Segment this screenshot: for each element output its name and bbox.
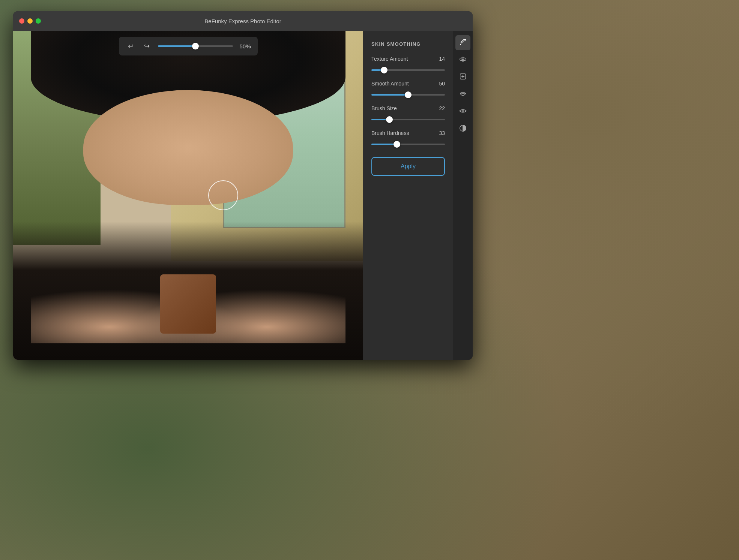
bandage-icon [459,55,467,65]
lips-icon [459,90,467,100]
panel-title: SKIN SMOOTHING [371,41,445,47]
app-window: BeFunky Express Photo Editor ↩ [13,11,473,360]
svg-point-4 [463,58,464,60]
smooth-amount-header: Smooth Amount 50 [371,81,445,87]
smooth-amount-value: 50 [439,81,445,87]
minimize-button[interactable] [27,18,33,24]
zoom-slider-container: 50% [158,43,251,49]
wrinkle-remover-icon-button[interactable] [455,70,470,85]
blemish-removal-icon-button[interactable] [455,52,470,67]
controls-panel: SKIN SMOOTHING Texture Amount 14 Smooth … [363,31,453,360]
undo-button[interactable]: ↩ [126,40,136,52]
texture-amount-slider[interactable] [371,69,445,71]
texture-amount-group: Texture Amount 14 [371,56,445,72]
window-title: BeFunky Express Photo Editor [204,18,281,24]
texture-amount-header: Texture Amount 14 [371,56,445,62]
traffic-lights [19,18,41,24]
lip-tint-icon-button[interactable] [455,87,470,102]
brush-hardness-label: Brush Hardness [371,130,409,136]
brush-size-group: Brush Size 22 [371,105,445,122]
brush-size-label: Brush Size [371,105,397,111]
icon-bar [453,31,473,360]
right-panel: SKIN SMOOTHING Texture Amount 14 Smooth … [363,31,453,360]
eye-icon [459,107,467,117]
eye-enhancer-icon-button[interactable] [455,104,470,119]
redo-button[interactable]: ↪ [142,40,152,52]
contrast-icon [459,124,467,134]
image-toolbar: ↩ ↪ 50% [119,37,258,55]
svg-point-10 [463,111,463,111]
brush-size-slider[interactable] [371,119,445,120]
title-bar: BeFunky Express Photo Editor [13,11,473,31]
brush-hardness-slider[interactable] [371,144,445,145]
svg-point-1 [460,44,461,45]
skin-forehead [83,90,293,205]
smooth-amount-group: Smooth Amount 50 [371,81,445,97]
zoom-slider[interactable] [158,45,233,47]
svg-point-0 [465,39,466,40]
texture-amount-value: 14 [439,56,445,62]
brush-hardness-group: Brush Hardness 33 [371,130,445,147]
smooth-amount-slider[interactable] [371,94,445,96]
apply-button[interactable]: Apply [371,157,445,176]
redo-icon: ↪ [144,42,150,50]
brush-size-value: 22 [439,105,445,111]
phone-prop [160,274,216,334]
brush-hardness-value: 33 [439,130,445,136]
photo-scene [13,31,363,360]
maximize-button[interactable] [36,18,41,24]
tone-icon-button[interactable] [455,121,470,136]
main-content: ↩ ↪ 50% SKIN SMOOTHING Texture Amo [13,31,473,360]
undo-icon: ↩ [128,42,134,50]
texture-amount-label: Texture Amount [371,56,408,62]
skin-smoothing-icon-button[interactable] [455,35,470,50]
image-area[interactable]: ↩ ↪ 50% [13,31,363,360]
sparkle-icon [459,72,467,82]
close-button[interactable] [19,18,24,24]
magic-wand-icon [459,38,467,48]
brush-size-header: Brush Size 22 [371,105,445,111]
brush-hardness-header: Brush Hardness 33 [371,130,445,136]
smooth-amount-label: Smooth Amount [371,81,409,87]
zoom-value: 50% [237,43,251,49]
